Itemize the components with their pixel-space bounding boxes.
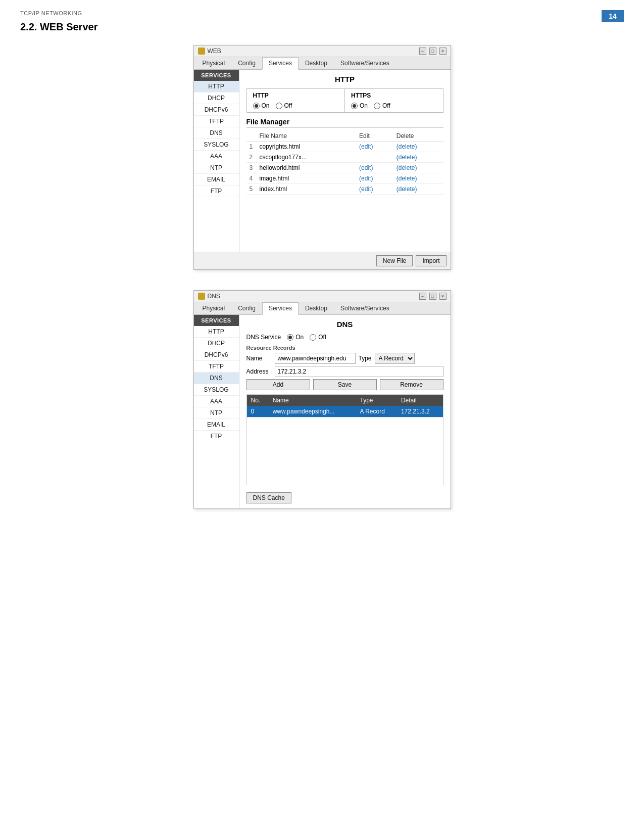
table-row: 3 helloworld.html (edit) (delete) (246, 163, 443, 173)
https-off-option[interactable]: Off (374, 102, 390, 109)
dns-sidebar-item-ntp[interactable]: NTP (194, 407, 239, 419)
close-button[interactable]: × (439, 48, 447, 55)
web-window: WEB − □ × Physical Config Services Deskt… (193, 45, 451, 270)
address-input[interactable] (275, 366, 443, 377)
dns-row-detail: 172.21.3.2 (397, 406, 443, 418)
file-name: cscoptlogo177x... (257, 152, 357, 163)
dns-window-tabs: Physical Config Services Desktop Softwar… (194, 302, 451, 315)
delete-link[interactable]: (delete) (397, 186, 417, 193)
dns-sidebar-item-email[interactable]: EMAIL (194, 419, 239, 431)
https-on-label: On (360, 102, 368, 109)
dns-table-row[interactable]: 0 www.pawndeepsingh... A Record 172.21.3… (247, 406, 443, 418)
remove-button[interactable]: Remove (380, 379, 443, 390)
sidebar-item-ntp[interactable]: NTP (194, 162, 239, 174)
sidebar-item-email[interactable]: EMAIL (194, 174, 239, 186)
file-edit (356, 152, 393, 163)
dns-tab-physical[interactable]: Physical (196, 302, 232, 314)
file-delete[interactable]: (delete) (393, 163, 443, 173)
file-num: 4 (246, 173, 257, 184)
address-label: Address (246, 368, 272, 375)
dns-on-option[interactable]: On (287, 334, 304, 341)
file-edit[interactable]: (edit) (356, 173, 393, 184)
tab-desktop[interactable]: Desktop (299, 57, 334, 69)
web-main-content: HTTP HTTP On Off (239, 70, 451, 252)
dns-main-content: DNS DNS Service On Off Resource Records … (239, 315, 451, 508)
name-input[interactable] (275, 353, 356, 364)
https-off-radio[interactable] (374, 103, 380, 109)
https-on-radio[interactable] (351, 103, 358, 109)
tab-services[interactable]: Services (262, 57, 299, 70)
edit-link[interactable]: (edit) (359, 143, 373, 150)
table-row: 2 cscoptlogo177x... (delete) (246, 152, 443, 163)
http-https-row: HTTP On Off HTTPS (246, 88, 443, 113)
dns-col-no: No. (247, 395, 269, 406)
sidebar-item-aaa[interactable]: AAA (194, 151, 239, 162)
col-filename: File Name (257, 131, 357, 142)
dns-on-radio[interactable] (287, 334, 293, 341)
dns-content-title: DNS (246, 320, 443, 329)
dns-tab-desktop[interactable]: Desktop (299, 302, 334, 314)
page-number: 14 (602, 10, 624, 22)
dns-sidebar-item-dhcpv6[interactable]: DHCPv6 (194, 349, 239, 361)
dns-sidebar-item-syslog[interactable]: SYSLOG (194, 384, 239, 396)
delete-link[interactable]: (delete) (397, 164, 417, 171)
sidebar-item-dns[interactable]: DNS (194, 127, 239, 139)
file-delete[interactable]: (delete) (393, 152, 443, 163)
dns-restore-button[interactable]: □ (429, 293, 436, 300)
sidebar-item-dhcp[interactable]: DHCP (194, 92, 239, 104)
type-label: Type (359, 355, 372, 362)
sidebar-item-tftp[interactable]: TFTP (194, 116, 239, 127)
file-delete[interactable]: (delete) (393, 173, 443, 184)
dns-cache-button[interactable]: DNS Cache (246, 492, 291, 503)
dns-tab-services[interactable]: Services (262, 302, 299, 315)
edit-link[interactable]: (edit) (359, 164, 373, 171)
tab-config[interactable]: Config (231, 57, 262, 69)
save-button[interactable]: Save (313, 379, 377, 390)
http-off-radio[interactable] (276, 103, 282, 109)
dns-tab-config[interactable]: Config (231, 302, 262, 314)
tab-software-services[interactable]: Software/Services (334, 57, 396, 69)
import-button[interactable]: Import (416, 255, 446, 266)
https-on-option[interactable]: On (351, 102, 368, 109)
dns-minimize-button[interactable]: − (419, 293, 426, 300)
dns-sidebar-item-http[interactable]: HTTP (194, 326, 239, 338)
sidebar-item-syslog[interactable]: SYSLOG (194, 139, 239, 151)
dns-btn-row: Add Save Remove (246, 379, 443, 390)
dns-sidebar-item-aaa[interactable]: AAA (194, 396, 239, 407)
delete-link[interactable]: (delete) (397, 143, 417, 150)
dns-sidebar-item-ftp[interactable]: FTP (194, 431, 239, 442)
dns-window-body: SERVICES HTTP DHCP DHCPv6 TFTP DNS SYSLO… (194, 315, 451, 508)
file-delete[interactable]: (delete) (393, 142, 443, 152)
http-off-option[interactable]: Off (276, 102, 292, 109)
sidebar-item-http[interactable]: HTTP (194, 81, 239, 92)
minimize-button[interactable]: − (419, 48, 426, 55)
restore-button[interactable]: □ (429, 48, 436, 55)
dns-sidebar-item-tftp[interactable]: TFTP (194, 361, 239, 373)
tab-physical[interactable]: Physical (196, 57, 232, 69)
edit-link[interactable]: (edit) (359, 186, 373, 193)
dns-sidebar-item-dhcp[interactable]: DHCP (194, 338, 239, 349)
http-on-radio[interactable] (253, 103, 260, 109)
file-edit[interactable]: (edit) (356, 184, 393, 195)
http-on-option[interactable]: On (253, 102, 270, 109)
sidebar-item-ftp[interactable]: FTP (194, 186, 239, 197)
dns-off-option[interactable]: Off (310, 334, 326, 341)
new-file-button[interactable]: New File (376, 255, 413, 266)
dns-sidebar-item-dns[interactable]: DNS (194, 373, 239, 384)
http-group-title: HTTP (253, 92, 339, 99)
delete-link[interactable]: (delete) (397, 154, 417, 161)
file-edit[interactable]: (edit) (356, 163, 393, 173)
file-edit[interactable]: (edit) (356, 142, 393, 152)
file-num: 3 (246, 163, 257, 173)
file-delete[interactable]: (delete) (393, 184, 443, 195)
dns-off-radio[interactable] (310, 334, 316, 341)
name-form-row: Name Type A Record (246, 353, 443, 364)
file-num: 5 (246, 184, 257, 195)
add-button[interactable]: Add (246, 379, 310, 390)
delete-link[interactable]: (delete) (397, 175, 417, 182)
sidebar-item-dhcpv6[interactable]: DHCPv6 (194, 104, 239, 116)
edit-link[interactable]: (edit) (359, 175, 373, 182)
type-select[interactable]: A Record (375, 353, 415, 364)
dns-close-button[interactable]: × (439, 293, 447, 300)
dns-tab-software-services[interactable]: Software/Services (334, 302, 396, 314)
